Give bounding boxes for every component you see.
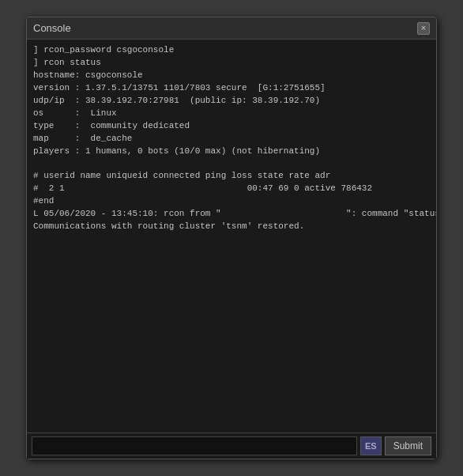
console-input[interactable]	[32, 436, 357, 455]
submit-button[interactable]: Submit	[385, 436, 431, 455]
title-bar: Console ×	[27, 17, 436, 40]
window-title: Console	[33, 22, 71, 34]
console-window: Console × ] rcon_password csgoconsole ] …	[26, 17, 437, 459]
close-button[interactable]: ×	[417, 22, 430, 35]
es-badge: ES	[360, 436, 382, 455]
console-output-wrapper: ] rcon_password csgoconsole ] rcon statu…	[27, 40, 436, 433]
console-output: ] rcon_password csgoconsole ] rcon statu…	[27, 40, 436, 433]
console-input-row: ES Submit	[27, 433, 436, 459]
